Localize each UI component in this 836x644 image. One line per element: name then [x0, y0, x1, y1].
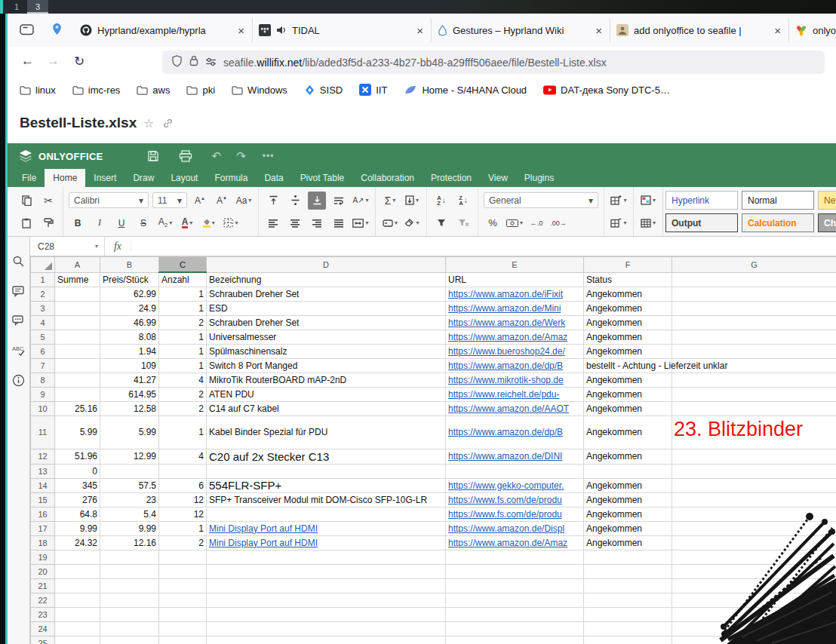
align-middle-button[interactable] [286, 192, 304, 210]
cell-E11[interactable]: https://www.amazon.de/dp/B [446, 416, 584, 449]
cell-style-calculation[interactable]: Calculation [742, 213, 814, 232]
bookmark-iit[interactable]: IIT [359, 84, 387, 96]
cell-F10[interactable]: Angekommen [584, 401, 672, 416]
cell-D7[interactable]: Switch 8 Port Manged [207, 358, 446, 373]
cell-D4[interactable]: Schrauben Dreher Set [207, 315, 446, 330]
cell-C17[interactable]: 1 [159, 521, 207, 535]
redo-icon[interactable]: ↷ [236, 149, 246, 163]
cell-B13[interactable] [100, 464, 159, 478]
col-header-G[interactable]: G [672, 257, 836, 273]
insert-function-icon[interactable]: fx [105, 241, 131, 253]
lock-icon[interactable] [189, 55, 198, 69]
cell-C3[interactable]: 1 [159, 301, 207, 315]
tab-draw[interactable]: Draw [124, 169, 162, 187]
row-header-8[interactable]: 8 [31, 373, 55, 387]
cell-D10[interactable]: C14 auf C7 kabel [207, 401, 446, 416]
tab-audio-icon[interactable] [276, 26, 287, 35]
tab-view[interactable]: View [480, 169, 516, 187]
row-header-12[interactable]: 12 [31, 449, 55, 464]
filter-button[interactable] [432, 214, 450, 232]
cell-E2[interactable]: https://www.amazon.de/iFixit [446, 287, 584, 301]
cell-A14[interactable]: 345 [55, 478, 100, 492]
cell-style-hyperlink[interactable]: Hyperlink [665, 191, 738, 210]
bookmark-home-s-4hana-cloud[interactable]: Home - S/4HANA Cloud [404, 84, 527, 96]
comments-icon[interactable] [12, 286, 25, 300]
col-header-C[interactable]: C [159, 257, 207, 273]
row-header-21[interactable]: 21 [31, 578, 55, 593]
cell-F6[interactable]: Angekommen [584, 344, 672, 358]
cell-B12[interactable]: 12.99 [100, 449, 159, 464]
cell-B2[interactable]: 62.99 [100, 287, 159, 301]
tab-protection[interactable]: Protection [423, 169, 480, 187]
cell-B25[interactable] [100, 636, 159, 644]
row-header-23[interactable]: 23 [31, 607, 55, 621]
tracking-protection-icon[interactable] [171, 55, 183, 70]
cell-A19[interactable] [55, 550, 100, 564]
cell-G5[interactable] [672, 330, 836, 344]
cell-A18[interactable]: 24.32 [55, 535, 100, 550]
url-text[interactable]: seafile.willifix.net/lib/aded3f5d-a233-4… [223, 57, 607, 69]
row-header-11[interactable]: 11 [31, 416, 55, 449]
workspace-tab-1[interactable]: 1 [6, 0, 27, 14]
bookmark-windows[interactable]: Windows [232, 84, 287, 96]
bookmark-linux[interactable]: linux [20, 84, 56, 96]
format-painter-button[interactable] [39, 214, 57, 232]
tab-home[interactable]: Home [45, 169, 85, 187]
cell-C15[interactable]: 12 [159, 492, 207, 507]
cell-C18[interactable]: 2 [159, 535, 207, 550]
firefox-view-icon[interactable] [20, 23, 34, 38]
cell-F9[interactable]: Angekommen [584, 387, 672, 401]
font-name-select[interactable]: Calibri▾ [69, 192, 149, 208]
cell-E9[interactable]: https://www.reichelt.de/pdu- [446, 387, 584, 401]
underline-button[interactable]: U [112, 214, 131, 232]
cell-A10[interactable]: 25.16 [55, 401, 100, 416]
cell-F5[interactable]: Angekommen [584, 330, 672, 344]
formula-input[interactable] [131, 237, 836, 256]
spellcheck-icon[interactable]: ABC [12, 345, 26, 359]
cell-B5[interactable]: 8.08 [100, 330, 159, 344]
cell-B18[interactable]: 12.16 [100, 535, 159, 550]
cell-E17[interactable]: https://www.amazon.de/Displ [446, 521, 584, 535]
tab-formula[interactable]: Formula [206, 169, 256, 187]
cell-F3[interactable]: Angekommen [584, 301, 672, 315]
cell-style-output[interactable]: Output [665, 213, 738, 232]
tab-pivot-table[interactable]: Pivot Table [292, 169, 352, 187]
cell-B22[interactable] [100, 593, 159, 607]
cell-F19[interactable] [584, 550, 672, 564]
wrap-text-button[interactable] [330, 192, 348, 210]
close-tab-icon[interactable]: × [594, 24, 604, 37]
cell-B7[interactable]: 109 [100, 358, 159, 373]
italic-button[interactable]: I [91, 214, 109, 232]
cell-E23[interactable] [446, 607, 584, 621]
cell-D1[interactable]: Bezeichnung [207, 272, 446, 287]
cell-C21[interactable] [159, 578, 207, 593]
fill-color-button[interactable]: ◆▾ [200, 214, 218, 232]
subscript-button[interactable]: A2▾ [156, 214, 174, 232]
font-size-select[interactable]: 11▾ [152, 192, 187, 208]
cell-F14[interactable]: Angekommen [584, 478, 672, 492]
cell-style-normal[interactable]: Normal [742, 191, 814, 210]
undo-icon[interactable]: ↶ [212, 149, 222, 163]
orientation-button[interactable]: A↗▾ [352, 192, 370, 210]
cell-D23[interactable] [207, 607, 446, 621]
cell-D11[interactable]: Kabel Binder Spezial für PDU [207, 416, 446, 449]
cell-B6[interactable]: 1.94 [100, 344, 159, 358]
tab-data[interactable]: Data [256, 169, 291, 187]
align-center-button[interactable] [286, 214, 304, 232]
merge-cells-button[interactable]: ▾ [352, 214, 370, 232]
bold-button[interactable]: B [69, 214, 87, 232]
star-icon[interactable]: ☆ [143, 116, 154, 130]
cell-E12[interactable]: https://www.amazon.de/DINI [446, 449, 584, 464]
justify-button[interactable] [330, 214, 348, 232]
cell-A22[interactable] [55, 593, 100, 607]
cell-A8[interactable] [55, 373, 100, 387]
cell-B3[interactable]: 24.9 [100, 301, 159, 315]
cell-D9[interactable]: ATEN PDU [207, 387, 446, 401]
cell-style-check[interactable]: Check Cell [818, 213, 836, 232]
cell-G6[interactable] [672, 344, 836, 358]
insert-cells-button[interactable]: ▾ [610, 192, 628, 210]
paste-button[interactable] [17, 214, 35, 232]
cell-G1[interactable] [672, 272, 836, 287]
cell-F8[interactable]: Angekommen [584, 373, 672, 387]
row-header-16[interactable]: 16 [31, 507, 55, 521]
